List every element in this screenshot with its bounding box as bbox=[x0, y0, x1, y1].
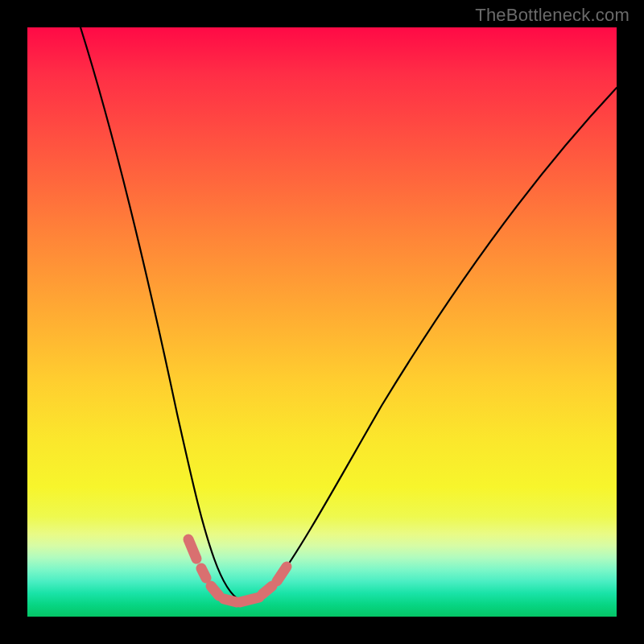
watermark-text: TheBottleneck.com bbox=[475, 5, 630, 26]
bottleneck-curve bbox=[80, 27, 617, 602]
plot-area bbox=[27, 27, 617, 617]
highlighted-markers bbox=[188, 539, 287, 602]
chart-svg bbox=[27, 27, 617, 617]
chart-frame: TheBottleneck.com bbox=[0, 0, 644, 644]
